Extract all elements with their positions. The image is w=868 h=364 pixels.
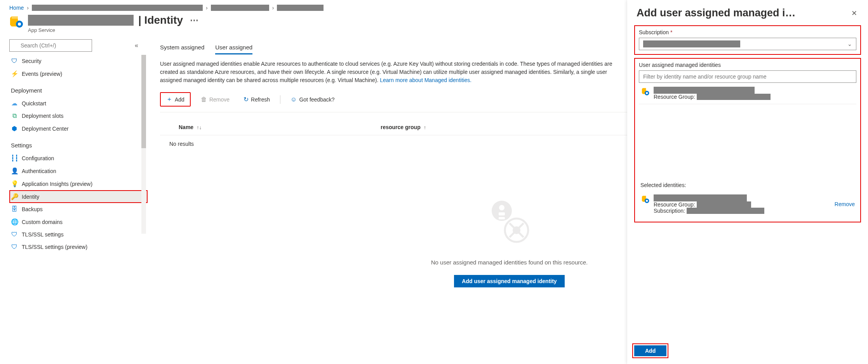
sidebar-item-label: TLS/SSL settings <box>22 231 64 238</box>
breadcrumb-home[interactable]: Home <box>9 5 24 11</box>
svg-point-3 <box>18 23 21 26</box>
chevron-right-icon: › <box>27 5 29 11</box>
sidebar-item-app-insights[interactable]: 💡 Application Insights (preview) <box>9 177 148 190</box>
identities-label: User assigned managed identities <box>639 62 856 68</box>
svg-rect-6 <box>499 212 505 215</box>
empty-key-icon <box>482 195 537 250</box>
selected-identities-label: Selected identities: <box>640 182 856 188</box>
feedback-button[interactable]: ☺ Got feedback? <box>287 94 338 105</box>
refresh-button[interactable]: ↻ Refresh <box>240 94 274 105</box>
sidebar-item-quickstart[interactable]: ☁ Quickstart <box>9 97 148 110</box>
identity-rg <box>697 94 771 100</box>
svg-rect-7 <box>499 217 505 219</box>
sidebar-item-tls-ssl-preview[interactable]: 🛡 TLS/SSL settings (preview) <box>9 241 148 253</box>
shield-icon: 🛡 <box>11 58 18 65</box>
trash-icon: 🗑 <box>201 96 207 103</box>
sidebar-item-security[interactable]: 🛡 Security <box>9 55 148 67</box>
sidebar-item-backups[interactable]: 🗄 Backups <box>9 203 148 215</box>
person-icon: 👤 <box>11 167 18 175</box>
sidebar-item-label: TLS/SSL settings (preview) <box>22 244 87 250</box>
sliders-icon: ┇┇ <box>11 154 18 162</box>
sidebar-item-events[interactable]: ⚡ Events (preview) <box>9 67 148 80</box>
add-identity-button[interactable]: Add user assigned managed identity <box>454 275 564 287</box>
sidebar-item-label: Application Insights (preview) <box>22 181 92 187</box>
breadcrumb-item-2[interactable] <box>211 5 269 11</box>
sidebar-item-label: Deployment slots <box>22 113 63 119</box>
cube-icon: ⬢ <box>11 125 18 132</box>
sidebar-item-label: Quickstart <box>22 100 46 107</box>
sidebar-item-configuration[interactable]: ┇┇ Configuration <box>9 152 148 164</box>
subscription-label: Subscription * <box>639 29 672 35</box>
identity-icon <box>640 194 650 205</box>
subscription-section: Subscription * ⌄ <box>634 25 861 55</box>
selected-identity-sub <box>687 208 764 214</box>
resource-name <box>28 15 134 26</box>
tab-system-assigned[interactable]: System assigned <box>160 41 204 54</box>
subscription-dropdown[interactable]: ⌄ <box>639 38 856 50</box>
more-button[interactable]: ⋯ <box>188 15 201 25</box>
sidebar: 🔍︎ « 🛡 Security ⚡ Events (preview) Deplo… <box>0 36 148 364</box>
feedback-icon: ☺ <box>290 96 297 103</box>
slots-icon: ⧉ <box>11 112 18 119</box>
sidebar-item-label: Identity <box>22 194 39 200</box>
svg-point-9 <box>513 226 520 234</box>
selected-identity-item: Resource Group: Subscription: Remove <box>639 191 856 218</box>
archive-icon: 🗄 <box>11 206 18 213</box>
add-button[interactable]: ＋ Add <box>160 92 191 107</box>
selected-identity-name <box>654 194 747 201</box>
collapse-sidebar-button[interactable]: « <box>135 42 138 49</box>
chevron-down-icon: ⌄ <box>847 41 852 47</box>
sidebar-item-label: Configuration <box>22 155 54 161</box>
toolbar-separator <box>280 95 280 104</box>
sidebar-item-label: Events (preview) <box>22 71 62 77</box>
tab-description: User assigned managed identities enable … <box>160 60 618 84</box>
column-header-name[interactable]: Name ↑↓ <box>179 124 381 130</box>
svg-point-5 <box>499 205 504 210</box>
identity-icon <box>640 87 650 98</box>
sidebar-item-label: Authentication <box>22 168 56 174</box>
sidebar-item-custom-domains[interactable]: 🌐 Custom domains <box>9 215 148 228</box>
shield-check-icon: 🛡 <box>11 231 18 238</box>
refresh-icon: ↻ <box>244 96 249 103</box>
sidebar-scrollbar-thumb[interactable] <box>141 55 146 148</box>
globe-icon: 🌐 <box>11 218 18 226</box>
identities-section: User assigned managed identities Resourc… <box>634 58 861 222</box>
sidebar-item-label: Backups <box>22 206 43 212</box>
sidebar-item-label: Deployment Center <box>22 126 69 132</box>
shield-check-icon: 🛡 <box>11 243 18 250</box>
tab-user-assigned[interactable]: User assigned <box>215 41 252 54</box>
page-title: | Identity <box>138 14 183 26</box>
panel-title: Add user assigned managed i… <box>637 7 796 19</box>
identity-name <box>654 87 755 94</box>
sidebar-item-deployment-center[interactable]: ⬢ Deployment Center <box>9 122 148 135</box>
sidebar-group-deployment: Deployment <box>9 80 148 97</box>
resource-type-label: App Service <box>28 27 201 33</box>
add-identity-panel: Add user assigned managed i… ✕ Subscript… <box>627 0 868 364</box>
empty-text: No user assigned managed identities foun… <box>431 259 588 266</box>
sort-icon: ↑ <box>424 124 426 130</box>
breadcrumb-item-3[interactable] <box>277 5 324 11</box>
chevron-right-icon: › <box>206 5 208 11</box>
identity-filter-input[interactable] <box>639 70 856 83</box>
sidebar-search-input[interactable] <box>9 39 92 52</box>
sidebar-item-deployment-slots[interactable]: ⧉ Deployment slots <box>9 110 148 122</box>
selected-identity-rg <box>697 201 751 208</box>
bulb-icon: 💡 <box>11 180 18 187</box>
sidebar-group-settings: Settings <box>9 135 148 152</box>
identity-list-item[interactable]: Resource Group: <box>639 83 856 104</box>
chevron-right-icon: › <box>272 5 274 11</box>
breadcrumb-item-1[interactable] <box>32 5 203 11</box>
subscription-value <box>643 40 740 47</box>
sidebar-item-authentication[interactable]: 👤 Authentication <box>9 164 148 177</box>
sidebar-item-identity[interactable]: 🔑 Identity <box>9 190 148 203</box>
close-panel-button[interactable]: ✕ <box>850 7 859 19</box>
sidebar-item-tls-ssl[interactable]: 🛡 TLS/SSL settings <box>9 228 148 241</box>
key-icon: 🔑 <box>11 193 18 200</box>
sidebar-item-label: Custom domains <box>22 219 63 225</box>
bolt-icon: ⚡ <box>11 70 18 77</box>
app-service-icon <box>9 14 23 28</box>
panel-add-button[interactable]: Add <box>634 345 666 356</box>
sidebar-item-label: Security <box>22 58 42 64</box>
remove-identity-link[interactable]: Remove <box>835 201 855 207</box>
learn-more-link[interactable]: Learn more about Managed identities. <box>380 77 471 83</box>
